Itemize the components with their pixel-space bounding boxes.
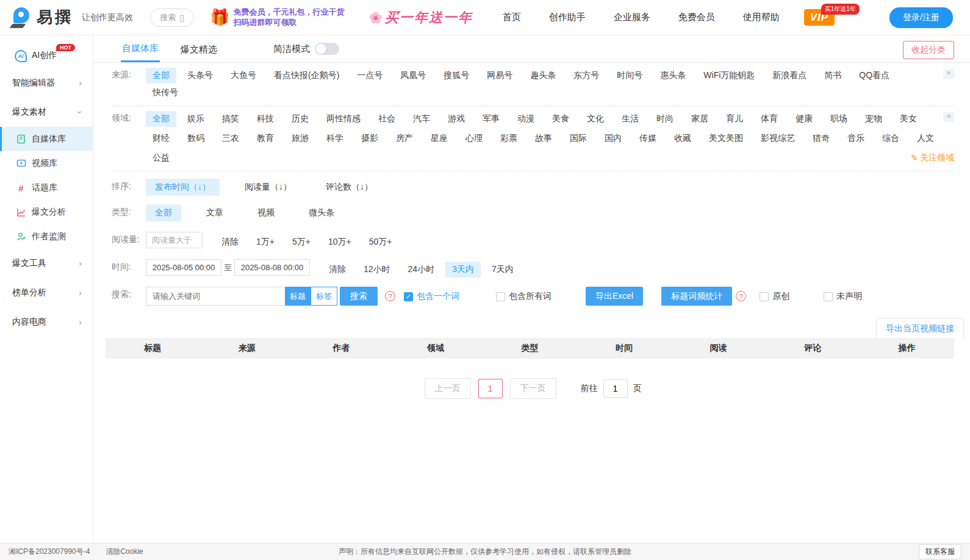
search-button[interactable]: 搜索 <box>340 287 378 306</box>
domain-option[interactable]: 娱乐 <box>181 111 211 127</box>
nav-item[interactable]: 创作助手 <box>549 12 586 23</box>
time-to-input[interactable] <box>234 259 310 276</box>
domain-option[interactable]: 健康 <box>789 111 819 127</box>
source-option[interactable]: 大鱼号 <box>224 68 263 84</box>
domain-option[interactable]: 宠物 <box>858 111 889 127</box>
domain-option[interactable]: 科技 <box>250 111 281 127</box>
domain-option[interactable]: 财经 <box>146 131 176 146</box>
domain-option[interactable]: 汽车 <box>406 111 437 127</box>
domain-option[interactable]: 社会 <box>372 111 402 127</box>
source-option[interactable]: 惠头条 <box>653 68 692 84</box>
nav-item[interactable]: 使用帮助 <box>743 12 780 23</box>
sidebar-item-ai-creation[interactable]: AI AI创作 HOT <box>0 44 93 68</box>
header-search-button[interactable]: 搜索 ▯ <box>150 9 194 27</box>
domain-option[interactable]: 全部 <box>146 111 176 127</box>
source-option[interactable]: 搜狐号 <box>437 68 476 84</box>
simple-mode-toggle[interactable] <box>315 43 339 55</box>
domain-option[interactable]: 职场 <box>824 111 854 127</box>
domain-option[interactable]: 国内 <box>598 131 628 146</box>
goto-page-input[interactable] <box>603 379 628 398</box>
sidebar-item-author-monitor[interactable]: 作者监测 <box>0 224 93 249</box>
source-option[interactable]: 趣头条 <box>523 68 562 84</box>
nav-item[interactable]: 免费会员 <box>678 12 715 23</box>
next-page-button[interactable]: 下一页 <box>510 378 556 399</box>
domain-option[interactable]: 房产 <box>389 131 420 146</box>
checkbox-undeclared[interactable]: 未声明 <box>824 291 862 302</box>
source-option[interactable]: 看点快报(企鹅号) <box>267 68 346 84</box>
readcount-option[interactable]: 清除 <box>215 234 245 250</box>
domain-option[interactable]: 搞笑 <box>215 111 246 127</box>
source-option[interactable]: 新浪看点 <box>766 68 813 84</box>
source-option[interactable]: 简书 <box>817 68 848 84</box>
readcount-input[interactable] <box>146 232 203 248</box>
clear-cookie-link[interactable]: 清除Cookie <box>106 547 143 557</box>
domain-option[interactable]: 美女 <box>893 111 924 127</box>
sort-option[interactable]: 阅读量（↓） <box>235 179 301 196</box>
contact-support-button[interactable]: 联系客服 <box>919 544 961 559</box>
domain-option[interactable]: 家居 <box>684 111 715 127</box>
domain-option[interactable]: 人文 <box>910 131 941 146</box>
domain-option[interactable]: 美食 <box>545 111 576 127</box>
time-option[interactable]: 24小时 <box>401 262 442 278</box>
focus-domain-link[interactable]: ✎ 关注领域 <box>911 153 954 163</box>
domain-option[interactable]: 历史 <box>285 111 315 127</box>
source-option[interactable]: 全部 <box>146 68 176 84</box>
source-option[interactable]: 快传号 <box>146 85 185 101</box>
readcount-option[interactable]: 10万+ <box>322 234 358 250</box>
tab-media-library[interactable]: 自媒体库 <box>121 35 160 62</box>
collapse-source-icon[interactable]: ^ <box>943 69 954 79</box>
login-register-button[interactable]: 登录/注册 <box>889 7 953 28</box>
source-option[interactable]: 头条号 <box>181 68 220 84</box>
domain-option[interactable]: 猎奇 <box>806 131 836 146</box>
time-option[interactable]: 12小时 <box>357 262 397 278</box>
domain-option[interactable]: 心理 <box>459 131 489 146</box>
domain-option[interactable]: 旅游 <box>285 131 315 146</box>
type-option[interactable]: 视频 <box>248 204 284 221</box>
readcount-option[interactable]: 1万+ <box>250 234 281 250</box>
promo-banner-buy-one-get-one[interactable]: 🌸 买一年送一年 <box>368 9 472 27</box>
domain-option[interactable]: 军事 <box>476 111 506 127</box>
source-option[interactable]: 网易号 <box>480 68 519 84</box>
time-option[interactable]: 3天内 <box>445 262 481 278</box>
domain-option[interactable]: 时尚 <box>650 111 680 127</box>
source-option[interactable]: 时间号 <box>610 68 649 84</box>
readcount-option[interactable]: 5万+ <box>286 234 317 250</box>
sidebar-item-topic-library[interactable]: # 话题库 <box>0 176 93 200</box>
checkbox-one-word[interactable]: ✓ 包含一个词 <box>404 291 459 302</box>
domain-option[interactable]: 文化 <box>580 111 611 127</box>
nav-item[interactable]: 企业服务 <box>614 12 650 23</box>
domain-option[interactable]: 美文美图 <box>702 131 750 146</box>
source-option[interactable]: WiFi万能钥匙 <box>697 68 761 84</box>
collapse-categories-button[interactable]: 收起分类 <box>903 41 954 59</box>
sort-option[interactable]: 评论数（↓） <box>317 179 382 196</box>
export-excel-button[interactable]: 导出Excel <box>586 287 643 306</box>
icp-record-link[interactable]: 湘ICP备2023007990号-4 <box>9 547 90 557</box>
domain-option[interactable]: 摄影 <box>354 131 385 146</box>
tab-hot-selection[interactable]: 爆文精选 <box>179 37 218 62</box>
domain-option[interactable]: 故事 <box>528 131 559 146</box>
domain-option[interactable]: 彩票 <box>494 131 524 146</box>
scope-tag-button[interactable]: 标签 <box>311 287 337 306</box>
sidebar-group-smart-editor[interactable]: 智能编辑器 › <box>0 68 93 98</box>
sidebar-item-video-library[interactable]: 视频库 <box>0 151 93 176</box>
domain-option[interactable]: 生活 <box>615 111 645 127</box>
vip-button[interactable]: VIP 买1年送1年 <box>804 12 835 24</box>
collapse-domain-icon[interactable]: ^ <box>943 112 954 122</box>
sidebar-group-hot-tools[interactable]: 爆文工具 › <box>0 249 93 278</box>
domain-option[interactable]: 星座 <box>424 131 454 146</box>
type-option[interactable]: 微头条 <box>300 204 343 221</box>
sidebar-item-hot-analysis[interactable]: 爆文分析 <box>0 200 93 224</box>
domain-option[interactable]: 公益 <box>146 150 176 166</box>
domain-option[interactable]: 数码 <box>181 131 211 146</box>
time-from-input[interactable] <box>146 259 221 276</box>
domain-option[interactable]: 音乐 <box>841 131 871 146</box>
sidebar-group-rank-analysis[interactable]: 榜单分析 › <box>0 278 93 307</box>
current-page-button[interactable]: 1 <box>478 379 503 398</box>
domain-option[interactable]: 影视综艺 <box>754 131 802 146</box>
sidebar-item-media-library[interactable]: 自媒体库 <box>0 127 93 151</box>
help-icon[interactable]: ? <box>385 291 395 301</box>
domain-option[interactable]: 传媒 <box>633 131 663 146</box>
domain-option[interactable]: 游戏 <box>441 111 472 127</box>
nav-item[interactable]: 首页 <box>503 12 521 23</box>
logo[interactable]: 易撰 <box>11 7 73 28</box>
